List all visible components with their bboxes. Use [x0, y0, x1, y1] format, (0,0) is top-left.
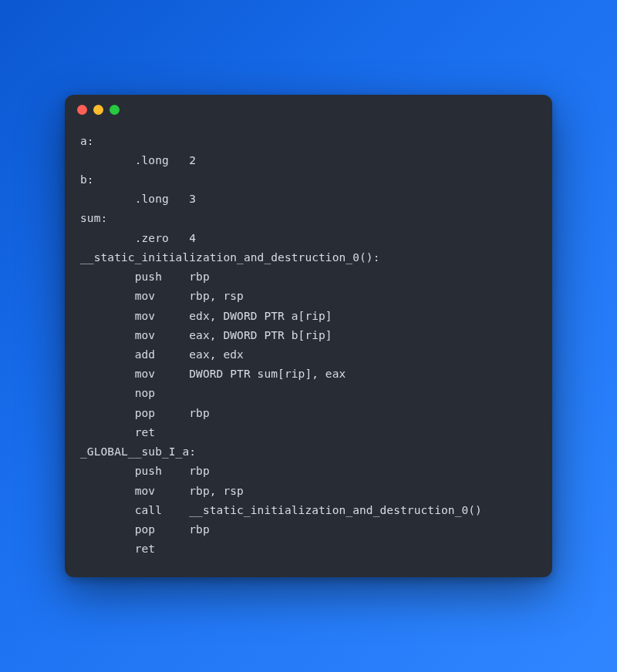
code-line: nop [80, 387, 155, 399]
window-titlebar[interactable] [65, 95, 552, 126]
code-line: .long 3 [80, 193, 196, 205]
code-line: pop rbp [80, 407, 210, 419]
code-line: push rbp [80, 270, 210, 283]
code-line: mov rbp, rsp [80, 290, 244, 302]
code-line: ret [80, 426, 155, 438]
code-line: _GLOBAL__sub_I_a: [80, 445, 196, 458]
code-line: mov rbp, rsp [80, 485, 244, 497]
code-line: a: [80, 135, 94, 147]
code-line: call __static_initialization_and_destruc… [80, 504, 482, 516]
code-line: b: [80, 173, 94, 186]
code-line: mov eax, DWORD PTR b[rip] [80, 329, 332, 341]
code-line: mov edx, DWORD PTR a[rip] [80, 310, 332, 322]
code-block: a: .long 2 b: .long 3 sum: .zero 4 __sta… [65, 126, 552, 559]
code-line: .zero 4 [80, 232, 196, 244]
code-line: add eax, edx [80, 348, 244, 361]
close-icon[interactable] [77, 105, 87, 115]
minimize-icon[interactable] [93, 105, 103, 115]
code-line: ret [80, 543, 155, 555]
terminal-window: a: .long 2 b: .long 3 sum: .zero 4 __sta… [65, 95, 552, 578]
code-line: pop rbp [80, 523, 210, 536]
code-line: mov DWORD PTR sum[rip], eax [80, 368, 346, 380]
code-line: __static_initialization_and_destruction_… [80, 251, 380, 264]
code-line: push rbp [80, 465, 210, 477]
code-line: .long 2 [80, 154, 196, 166]
maximize-icon[interactable] [110, 105, 120, 115]
code-line: sum: [80, 212, 107, 224]
